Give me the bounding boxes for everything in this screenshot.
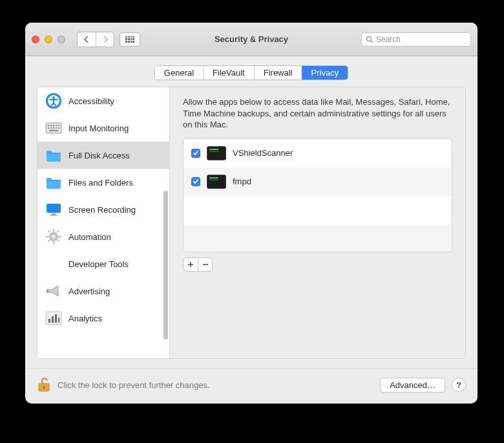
svg-rect-25 — [58, 236, 61, 237]
tab-firewall[interactable]: Firewall — [254, 66, 302, 80]
window-controls — [32, 36, 65, 43]
svg-rect-16 — [49, 130, 58, 131]
app-list: VShieldScanner fmpd — [183, 138, 452, 252]
svg-rect-11 — [48, 127, 49, 129]
search-field[interactable] — [361, 32, 471, 47]
advanced-button[interactable]: Advanced… — [380, 378, 445, 393]
svg-rect-26 — [48, 230, 50, 233]
forward-button[interactable] — [96, 32, 114, 47]
svg-rect-22 — [53, 229, 54, 232]
tab-filevault[interactable]: FileVault — [203, 66, 254, 80]
svg-rect-27 — [57, 239, 59, 242]
add-remove-control — [183, 257, 213, 272]
svg-rect-17 — [47, 204, 61, 213]
privacy-content: Allow the apps below to access data like… — [170, 87, 465, 358]
sidebar-item-accessibility[interactable]: Accessibility — [37, 87, 169, 114]
svg-rect-24 — [46, 236, 49, 237]
app-name: fmpd — [233, 177, 251, 186]
tab-privacy[interactable]: Privacy — [302, 66, 348, 80]
sidebar-item-screen-recording[interactable]: Screen Recording — [37, 196, 169, 223]
terminal-icon — [207, 175, 226, 189]
svg-point-0 — [367, 36, 372, 41]
add-button[interactable] — [184, 258, 198, 271]
svg-rect-7 — [50, 125, 52, 126]
sidebar-scrollbar[interactable] — [163, 90, 168, 356]
sidebar-item-files-and-folders[interactable]: Files and Folders — [37, 169, 169, 196]
tab-general[interactable]: General — [155, 66, 203, 80]
close-button[interactable] — [32, 36, 39, 43]
svg-rect-18 — [52, 213, 56, 215]
search-icon — [366, 36, 373, 43]
sidebar-item-label: Input Monitoring — [68, 124, 129, 133]
sidebar-item-analytics[interactable]: Analytics — [37, 305, 169, 332]
sidebar-item-label: Automation — [68, 232, 111, 242]
svg-rect-6 — [48, 125, 49, 126]
preferences-window: Security & Privacy General FileVault Fir… — [25, 23, 478, 404]
folder-icon — [45, 174, 62, 191]
display-icon — [45, 201, 62, 218]
svg-rect-9 — [56, 125, 57, 126]
checkbox[interactable] — [191, 149, 200, 158]
back-button[interactable] — [78, 32, 96, 47]
lock-icon[interactable] — [37, 376, 51, 393]
sidebar-item-automation[interactable]: Automation — [37, 223, 169, 250]
app-row-empty — [184, 224, 452, 252]
zoom-button[interactable] — [58, 36, 65, 43]
description-text: Allow the apps below to access data like… — [183, 96, 452, 131]
checkmark-icon — [193, 178, 199, 185]
svg-point-4 — [52, 96, 55, 99]
tabs: General FileVault Firewall Privacy — [154, 65, 348, 80]
minus-icon — [202, 261, 209, 268]
sidebar-item-label: Analytics — [68, 314, 102, 323]
svg-rect-15 — [58, 127, 59, 129]
folder-icon — [45, 147, 62, 164]
svg-line-1 — [371, 41, 373, 43]
sidebar-scroll: Accessibility Input Monitoring Full Disk… — [37, 87, 169, 358]
sidebar-item-label: Advertising — [68, 286, 110, 296]
titlebar: Security & Privacy — [25, 23, 478, 56]
terminal-icon — [207, 146, 226, 160]
app-row[interactable]: VShieldScanner — [184, 139, 452, 167]
checkmark-icon — [193, 150, 199, 157]
sidebar-item-label: Developer Tools — [68, 259, 129, 269]
chevron-right-icon — [103, 36, 108, 43]
remove-button[interactable] — [198, 258, 212, 271]
barchart-icon — [45, 310, 62, 327]
sidebar-item-developer-tools[interactable]: Developer Tools — [37, 250, 169, 277]
svg-rect-10 — [58, 125, 59, 126]
sidebar-item-label: Files and Folders — [68, 178, 133, 188]
accessibility-icon — [45, 92, 62, 109]
scrollbar-thumb[interactable] — [163, 191, 168, 340]
svg-rect-13 — [53, 127, 54, 129]
svg-point-21 — [52, 235, 56, 239]
svg-rect-14 — [56, 127, 57, 129]
gear-icon — [45, 228, 62, 245]
footer: Click the lock to prevent further change… — [25, 368, 478, 404]
svg-rect-34 — [55, 314, 57, 323]
sidebar-item-label: Accessibility — [68, 96, 114, 106]
sidebar-item-input-monitoring[interactable]: Input Monitoring — [37, 114, 169, 142]
sidebar-item-advertising[interactable]: Advertising — [37, 277, 169, 305]
privacy-panel: Accessibility Input Monitoring Full Disk… — [37, 87, 466, 359]
minimize-button[interactable] — [45, 36, 52, 43]
svg-rect-23 — [53, 241, 54, 244]
search-input[interactable] — [376, 35, 467, 44]
grid-icon — [125, 36, 134, 43]
show-all-button[interactable] — [120, 32, 140, 47]
svg-rect-8 — [53, 125, 54, 126]
app-row[interactable]: fmpd — [184, 167, 452, 196]
svg-rect-32 — [48, 319, 50, 323]
nav-segmented — [77, 32, 114, 47]
checkbox[interactable] — [191, 177, 200, 186]
keyboard-icon — [45, 120, 62, 136]
megaphone-icon — [45, 283, 62, 299]
svg-rect-29 — [48, 239, 50, 242]
sidebar-item-label: Full Disk Access — [68, 151, 130, 160]
sidebar-item-full-disk-access[interactable]: Full Disk Access — [37, 142, 169, 169]
help-button[interactable]: ? — [452, 378, 466, 392]
svg-rect-30 — [47, 289, 48, 293]
svg-rect-33 — [52, 316, 54, 323]
svg-rect-37 — [43, 386, 45, 389]
svg-rect-12 — [50, 127, 52, 129]
app-row-empty — [184, 196, 452, 224]
